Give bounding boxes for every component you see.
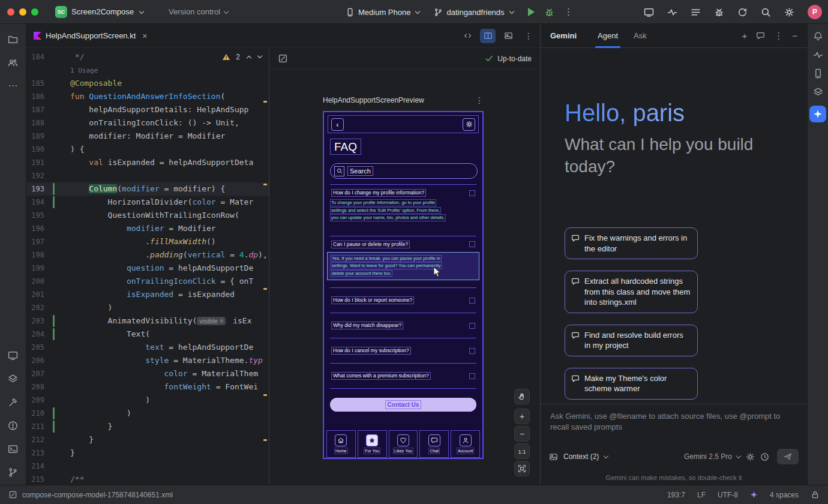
structure-icon[interactable]	[691, 7, 701, 17]
attach-image-icon[interactable]	[549, 452, 558, 461]
gemini-settings-icon[interactable]	[746, 452, 755, 461]
user-avatar[interactable]: P	[808, 5, 822, 19]
hide-panel-icon[interactable]: −	[792, 31, 797, 40]
code-line-215[interactable]: 215/**	[26, 473, 269, 485]
contact-us-button[interactable]: Contact Us	[330, 398, 476, 412]
device-mirroring-icon[interactable]	[644, 7, 654, 17]
more-actions-button[interactable]: ⋮	[564, 7, 574, 17]
settings-icon[interactable]	[784, 7, 794, 17]
code-line-212[interactable]: 212 }	[26, 433, 269, 446]
bottom-nav-person[interactable]: Account	[451, 430, 480, 458]
chat-history-icon[interactable]	[756, 31, 765, 40]
ui-check-icon[interactable]	[278, 53, 288, 64]
branch-selector[interactable]: datingandfriends	[434, 8, 513, 17]
code-line-211[interactable]: 211 }	[26, 420, 269, 433]
code-line-196[interactable]: 196 modifier = Modifier	[26, 222, 269, 235]
code-line-209[interactable]: 209 )	[26, 394, 269, 407]
prompt-history-icon[interactable]	[760, 452, 769, 461]
maximize-window-button[interactable]	[31, 8, 38, 16]
code-line-207[interactable]: 207 color = MaterialThem	[26, 367, 269, 380]
pan-tool-button[interactable]	[514, 389, 530, 404]
inspection-widget[interactable]: 2	[222, 53, 262, 61]
app-insights-button[interactable]	[4, 370, 22, 388]
search-everywhere-icon[interactable]	[761, 7, 771, 17]
minimize-window-button[interactable]	[19, 8, 26, 16]
tab-ask[interactable]: Ask	[626, 24, 655, 48]
editor-options-button[interactable]: ⋮	[524, 32, 533, 40]
code-line-187[interactable]: 187 helpAndSupportDetails: HelpAndSupp	[26, 103, 269, 116]
version-control-menu[interactable]: Version control	[169, 7, 228, 16]
zoom-actual-size-button[interactable]: 1:1	[514, 443, 530, 459]
faq-question-row[interactable]: Why did my match disappear?	[330, 313, 476, 338]
profiler-icon[interactable]	[667, 7, 677, 17]
code-editor[interactable]: 2 184 */1 Usage185@Composable186fun Ques…	[26, 48, 269, 485]
code-view-button[interactable]	[460, 29, 475, 43]
split-view-button[interactable]	[480, 29, 496, 43]
problems-tool-button[interactable]	[4, 416, 22, 434]
code-line-213[interactable]: 213}	[26, 446, 269, 460]
file-encoding[interactable]: UTF-8	[718, 491, 738, 499]
code-line-199[interactable]: 199 question = helpAndSupportDe	[26, 262, 269, 275]
running-devices-button[interactable]	[4, 346, 22, 364]
code-line-198[interactable]: 198 .padding(vertical = 4.dp),	[26, 248, 269, 262]
code-line-186[interactable]: 186fun QuestionAndAnswerInfoSection(	[26, 90, 269, 103]
phone-search-field[interactable]: Search	[330, 163, 478, 179]
code-line-189[interactable]: 189 modifier: Modifier = Modifier	[26, 130, 269, 143]
code-line-200[interactable]: 200 onTrailingIconClick = { onT	[26, 275, 269, 288]
preview-options-button[interactable]: ⋮	[475, 96, 484, 104]
indent-setting[interactable]: 4 spaces	[770, 491, 799, 499]
bottom-nav-home[interactable]: Home	[326, 430, 356, 458]
new-chat-icon[interactable]: +	[742, 31, 747, 40]
code-line-191[interactable]: 191 val isExpanded = helpAndSupportDeta	[26, 156, 269, 169]
profiler-tool-icon[interactable]	[813, 50, 823, 60]
code-line-185[interactable]: 185@Composable	[26, 77, 269, 90]
code-line-206[interactable]: 206 style = MaterialTheme.typ	[26, 354, 269, 367]
close-window-button[interactable]	[7, 8, 14, 16]
faq-question-row[interactable]: How do I cancel my subscription?	[330, 338, 476, 363]
device-selector[interactable]: Medium Phone	[346, 8, 419, 17]
gemini-input[interactable]: Ask Gemini, use @filename to attach sour…	[550, 411, 791, 433]
settings-gear-icon[interactable]	[463, 118, 475, 131]
bottom-nav-chat[interactable]: Chat	[419, 430, 449, 458]
context-dropdown[interactable]: Context (2)	[563, 452, 608, 461]
tab-agent[interactable]: Agent	[590, 24, 626, 48]
more-tool-windows-button[interactable]: ⋯	[4, 77, 22, 95]
resource-manager-icon[interactable]	[813, 87, 823, 97]
next-warning-icon[interactable]	[257, 53, 262, 58]
code-line-204[interactable]: 204 Text(	[26, 328, 269, 341]
faq-question-row[interactable]: How do I change my profile information?	[330, 185, 476, 199]
code-line-205[interactable]: 205 text = helpAndSupportDe	[26, 341, 269, 354]
project-selector[interactable]: SC Screen2Compose	[55, 6, 143, 18]
line-separator[interactable]: LF	[697, 491, 706, 499]
gemini-suggestion-card[interactable]: Find and resolve build errors in my proj…	[565, 325, 698, 356]
prev-warning-icon[interactable]	[247, 55, 251, 60]
notifications-icon[interactable]	[813, 31, 823, 41]
terminal-tool-button[interactable]	[4, 440, 22, 458]
gemini-status-icon[interactable]	[750, 491, 758, 499]
code-inlay-usage-hint[interactable]: 1 Usage	[26, 64, 269, 77]
faq-question-row[interactable]: How do I block or report someone?	[330, 288, 476, 313]
build-tool-button[interactable]	[4, 393, 22, 411]
model-dropdown[interactable]: Gemini 2.5 Pro	[684, 452, 740, 461]
code-line-202[interactable]: 202 )	[26, 301, 269, 314]
gemini-suggestion-card[interactable]: Make my Theme's color scheme warmer	[565, 368, 698, 400]
gemini-tool-button[interactable]	[809, 106, 826, 122]
run-button[interactable]	[528, 8, 535, 16]
device-manager-icon[interactable]	[813, 68, 823, 79]
code-line-210[interactable]: 210 )	[26, 407, 269, 420]
app-inspection-icon[interactable]	[714, 7, 724, 17]
code-line-195[interactable]: 195 QuestionWithTrailingIconRow(	[26, 209, 269, 222]
editor-tab[interactable]: HelpAndSupportScreen.kt ×	[26, 24, 155, 48]
debug-button[interactable]	[544, 7, 554, 17]
gemini-suggestion-card[interactable]: Fix the warnings and errors in the edito…	[565, 227, 698, 259]
code-line-193[interactable]: 193 Column(modifier = modifier) {	[26, 182, 269, 196]
code-line-188[interactable]: 188 onTrailingIconClick: () -> Unit,	[26, 116, 269, 130]
kebab-menu-icon[interactable]: ⋮	[774, 31, 783, 40]
send-button[interactable]	[777, 449, 799, 464]
version-control-tool-button[interactable]	[4, 463, 22, 481]
project-tool-button[interactable]	[4, 30, 22, 48]
zoom-in-button[interactable]: +	[514, 409, 530, 424]
back-icon[interactable]: ‹	[331, 118, 344, 131]
commit-tool-button[interactable]	[4, 53, 22, 71]
caret-position[interactable]: 193:7	[667, 491, 685, 499]
